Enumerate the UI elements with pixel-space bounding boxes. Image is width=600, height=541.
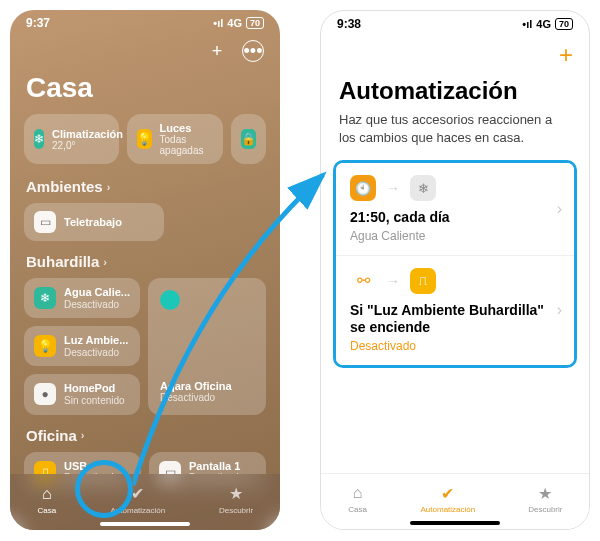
page-title: Automatización bbox=[321, 73, 589, 111]
chip-climatizacion[interactable]: ❄ Climatización 22,0° bbox=[24, 114, 119, 164]
home-icon: ⌂ bbox=[37, 484, 57, 504]
status-chips: ❄ Climatización 22,0° 💡 Luces Todas apag… bbox=[10, 114, 280, 178]
clock-icon: 🕙 bbox=[350, 175, 376, 201]
tile-homepod[interactable]: ● HomePod Sin contenido bbox=[24, 374, 140, 414]
chevron-right-icon: › bbox=[103, 256, 107, 268]
tile-agua-caliente[interactable]: ❄ Agua Calie... Desactivado bbox=[24, 278, 140, 318]
signal-icon: •ıl bbox=[522, 18, 532, 30]
home-icon: ⌂ bbox=[348, 483, 368, 503]
automations-highlight: 🕙 → ❄ 21:50, cada día Agua Caliente › ⚯ … bbox=[333, 160, 577, 368]
tab-casa[interactable]: ⌂ Casa bbox=[348, 483, 368, 514]
tab-descubrir[interactable]: ★ Descubrir bbox=[219, 484, 253, 515]
status-right: •ıl 4G 70 bbox=[522, 18, 573, 30]
automation-card-time[interactable]: 🕙 → ❄ 21:50, cada día Agua Caliente › bbox=[336, 163, 574, 256]
climate-icon: ❄ bbox=[34, 129, 44, 149]
climate-icon: ❄ bbox=[34, 287, 56, 309]
chevron-right-icon: › bbox=[557, 301, 562, 319]
battery-icon: 70 bbox=[246, 17, 264, 29]
tab-casa[interactable]: ⌂ Casa bbox=[37, 484, 57, 515]
time-label: 9:38 bbox=[337, 17, 361, 31]
arrow-right-icon: → bbox=[386, 180, 400, 196]
time-label: 9:37 bbox=[26, 16, 50, 30]
chip-luces[interactable]: 💡 Luces Todas apagadas bbox=[127, 114, 223, 164]
presence-icon bbox=[160, 290, 180, 310]
tile-luz-ambiente[interactable]: 💡 Luz Ambie... Desactivado bbox=[24, 326, 140, 366]
display-icon: ▭ bbox=[34, 211, 56, 233]
home-indicator bbox=[410, 521, 500, 525]
chevron-right-icon: › bbox=[107, 181, 111, 193]
tab-automatizacion[interactable]: ✔ Automatización bbox=[111, 484, 166, 515]
lock-icon: 🔒 bbox=[241, 129, 256, 149]
home-indicator bbox=[100, 522, 190, 526]
network-label: 4G bbox=[536, 18, 551, 30]
network-label: 4G bbox=[227, 17, 242, 29]
status-bar: 9:37 •ıl 4G 70 bbox=[10, 10, 280, 34]
clock-check-icon: ✔ bbox=[128, 484, 148, 504]
tile-aqara-oficina[interactable]: Aqara Oficina Desactivado bbox=[148, 278, 266, 414]
status-bar: 9:38 •ıl 4G 70 bbox=[321, 11, 589, 35]
header-actions: + bbox=[321, 35, 589, 73]
phone-automatizacion: 9:38 •ıl 4G 70 + Automatización Haz que … bbox=[320, 10, 590, 530]
section-ambientes[interactable]: Ambientes› bbox=[10, 178, 280, 203]
section-buhardilla[interactable]: Buhardilla› bbox=[10, 253, 280, 278]
arrow-right-icon: → bbox=[386, 273, 400, 289]
page-subtitle: Haz que tus accesorios reaccionen a los … bbox=[321, 111, 589, 160]
people-icon: ⚯ bbox=[350, 268, 376, 294]
tile-teletrabajo[interactable]: ▭ Teletrabajo bbox=[24, 203, 164, 241]
battery-icon: 70 bbox=[555, 18, 573, 30]
automation-card-accessory[interactable]: ⚯ → ⎍ Si "Luz Ambiente Buhardilla" se en… bbox=[336, 256, 574, 365]
chevron-right-icon: › bbox=[81, 429, 85, 441]
scene-icon: ❄ bbox=[410, 175, 436, 201]
outlet-icon: ⎍ bbox=[410, 268, 436, 294]
signal-icon: •ıl bbox=[213, 17, 223, 29]
homepod-icon: ● bbox=[34, 383, 56, 405]
page-title: Casa bbox=[10, 72, 280, 114]
section-oficina[interactable]: Oficina› bbox=[10, 427, 280, 452]
star-icon: ★ bbox=[535, 483, 555, 503]
star-icon: ★ bbox=[226, 484, 246, 504]
chevron-right-icon: › bbox=[557, 200, 562, 218]
phone-casa: 9:37 •ıl 4G 70 + ••• Casa ❄ Climatizació… bbox=[10, 10, 280, 530]
tab-automatizacion[interactable]: ✔ Automatización bbox=[421, 483, 476, 514]
header-actions: + ••• bbox=[10, 34, 280, 72]
bulb-icon: 💡 bbox=[34, 335, 56, 357]
add-icon[interactable]: + bbox=[206, 40, 228, 62]
more-icon[interactable]: ••• bbox=[242, 40, 264, 62]
add-icon[interactable]: + bbox=[559, 41, 573, 69]
status-right: •ıl 4G 70 bbox=[213, 17, 264, 29]
clock-check-icon: ✔ bbox=[438, 483, 458, 503]
tab-descubrir[interactable]: ★ Descubrir bbox=[528, 483, 562, 514]
chip-more[interactable]: 🔒 bbox=[231, 114, 266, 164]
bulb-icon: 💡 bbox=[137, 129, 152, 149]
